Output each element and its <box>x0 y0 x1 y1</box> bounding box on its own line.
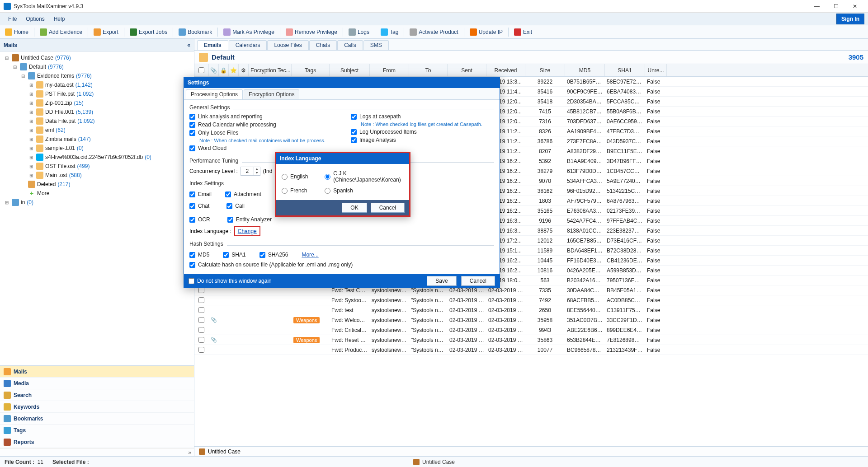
bookmark-button[interactable]: Bookmark <box>175 27 215 37</box>
index-entity-checkbox[interactable] <box>227 217 233 223</box>
hash-sha1-checkbox[interactable] <box>223 252 229 258</box>
table-row[interactable]: 📎WeaponsFwd: Welcome ...systoolsnew@..."… <box>194 315 868 325</box>
minimize-button[interactable]: — <box>807 0 826 12</box>
sidebar-item-bookmarks[interactable]: Bookmarks <box>0 413 194 425</box>
lang-spanish-radio[interactable] <box>325 188 330 194</box>
folder-tree[interactable]: ⊟Untitled Case(9776)⊟Default(9776)⊟Evide… <box>0 51 194 365</box>
gear-column-icon[interactable]: ⚙ <box>239 64 249 76</box>
collapse-left-icon[interactable]: « <box>187 42 190 48</box>
tree-toggle-icon[interactable]: ⊞ <box>28 164 34 169</box>
hash-sha256-checkbox[interactable] <box>259 252 265 258</box>
tree-toggle-icon[interactable]: ⊟ <box>20 74 26 79</box>
row-checkbox[interactable] <box>198 317 204 323</box>
tree-toggle-icon[interactable]: ⊞ <box>28 119 34 124</box>
tree-node[interactable]: ⊟Default(9776) <box>0 62 194 71</box>
tab-chats[interactable]: Chats <box>309 40 337 50</box>
tree-toggle-icon[interactable]: ⊞ <box>28 101 34 106</box>
tree-toggle-icon[interactable]: ⊞ <box>28 92 34 97</box>
table-row[interactable]: 📎WeaponsFwd: Reset you...systoolsnew@...… <box>194 335 868 345</box>
col-size[interactable]: Size <box>525 64 565 76</box>
maximize-button[interactable]: ☐ <box>826 0 845 12</box>
col-to[interactable]: To <box>409 64 448 76</box>
sidebar-item-media[interactable]: Media <box>0 378 194 389</box>
tree-node[interactable]: ⊞Main .ost(588) <box>0 171 194 180</box>
tree-toggle-icon[interactable]: ⊞ <box>28 128 34 133</box>
tree-toggle-icon[interactable]: ⊟ <box>12 65 18 70</box>
sidebar-item-search[interactable]: Search <box>0 389 194 401</box>
tab-encryption-options[interactable]: Encryption Options <box>244 89 299 99</box>
index-chat-checkbox[interactable] <box>189 203 195 209</box>
add-evidence-button[interactable]: Add Evidence <box>37 27 85 37</box>
lang-french-radio[interactable] <box>282 188 288 194</box>
log-unprocessed-checkbox[interactable] <box>351 129 357 135</box>
tab-loose-files[interactable]: Loose Files <box>267 40 308 50</box>
index-call-checkbox[interactable] <box>226 203 232 209</box>
hash-md5-checkbox[interactable] <box>189 252 195 258</box>
tree-toggle-icon[interactable]: ⊞ <box>28 83 34 88</box>
tab-processing-options[interactable]: Processing Options <box>186 89 243 99</box>
dont-show-again-checkbox[interactable] <box>189 278 194 284</box>
tree-node[interactable]: ⊞DD FIle.001(5,139) <box>0 107 194 117</box>
col-unread[interactable]: Unre... <box>645 64 667 76</box>
menu-help[interactable]: Help <box>49 14 70 24</box>
tree-node[interactable]: ⊞eml(62) <box>0 126 194 135</box>
row-checkbox[interactable] <box>198 347 204 353</box>
tree-node[interactable]: ⊟Evidence Items(9776) <box>0 71 194 80</box>
hash-more-link[interactable]: More... <box>302 252 318 258</box>
menu-options[interactable]: Options <box>21 14 49 24</box>
menu-file[interactable]: File <box>4 14 21 24</box>
home-button[interactable]: Home <box>2 27 32 37</box>
tree-node[interactable]: ⊞my-data.ost(1,142) <box>0 80 194 89</box>
tree-toggle-icon[interactable]: ⊟ <box>4 56 10 61</box>
read-calendar-checkbox[interactable] <box>189 122 195 128</box>
concurrency-spinner[interactable]: ▲▼ <box>241 167 260 176</box>
expand-nav-handle[interactable]: » <box>0 448 194 456</box>
lang-english-radio[interactable] <box>282 174 288 180</box>
spin-up-icon[interactable]: ▲ <box>254 167 260 171</box>
sidebar-item-mails[interactable]: Mails <box>0 366 194 378</box>
remove-privilege-button[interactable]: Remove Privilege <box>283 27 340 37</box>
change-language-link[interactable]: Change <box>238 228 257 234</box>
index-email-checkbox[interactable] <box>189 191 195 197</box>
row-checkbox[interactable] <box>198 337 204 343</box>
tree-node[interactable]: ⊞in(0) <box>0 198 194 207</box>
concurrency-input[interactable] <box>241 168 254 174</box>
activate-button[interactable]: Activate Product <box>406 27 461 37</box>
tree-node[interactable]: ⊞s4l-live%003a.cid.2245e77b9c97052f.db(0… <box>0 153 194 162</box>
lock-column-icon[interactable]: 🔒 <box>219 64 229 76</box>
tree-node[interactable]: Deleted(217) <box>0 180 194 189</box>
logs-casepath-checkbox[interactable] <box>351 114 357 120</box>
row-checkbox[interactable] <box>198 307 204 313</box>
tree-node[interactable]: ⊞Zip-001.zip(15) <box>0 98 194 107</box>
row-checkbox[interactable] <box>198 297 204 303</box>
only-loose-checkbox[interactable] <box>189 130 195 136</box>
star-column-icon[interactable]: ⭐ <box>229 64 239 76</box>
col-md5[interactable]: MD5 <box>565 64 605 76</box>
tree-node[interactable]: ⊞Data File.pst(1,092) <box>0 117 194 126</box>
row-checkbox[interactable] <box>198 327 204 333</box>
tree-node[interactable]: ⊞OST File.ost(499) <box>0 162 194 171</box>
logs-button[interactable]: Logs <box>345 27 373 37</box>
calc-hash-source-checkbox[interactable] <box>189 262 195 268</box>
tag-button[interactable]: Tag <box>377 27 401 37</box>
link-analysis-checkbox[interactable] <box>189 114 195 120</box>
close-button[interactable]: ✕ <box>845 0 864 12</box>
table-row[interactable]: Fwd: testsystoolsnew@..."Systools new" .… <box>194 305 868 315</box>
tree-toggle-icon[interactable]: ⊞ <box>28 137 34 142</box>
update-ip-button[interactable]: Update IP <box>467 27 506 37</box>
attachment-column-icon[interactable]: 📎 <box>209 64 219 76</box>
sidebar-item-tags[interactable]: Tags <box>0 425 194 436</box>
sidebar-item-reports[interactable]: Reports <box>0 436 194 448</box>
col-sha1[interactable]: SHA1 <box>605 64 645 76</box>
select-all-checkbox[interactable] <box>198 67 204 73</box>
tree-toggle-icon[interactable]: ⊞ <box>4 200 10 205</box>
tab-sms[interactable]: SMS <box>363 40 389 50</box>
col-tags[interactable]: Tags <box>292 64 330 76</box>
col-encryption[interactable]: Encryption Tec... <box>249 64 292 76</box>
lang-cancel-button[interactable]: Cancel <box>371 203 405 213</box>
tab-calls[interactable]: Calls <box>337 40 363 50</box>
exit-button[interactable]: Exit <box>511 27 535 37</box>
export-button[interactable]: Export <box>90 27 122 37</box>
settings-cancel-button[interactable]: Cancel <box>461 276 495 286</box>
col-sent[interactable]: Sent <box>448 64 486 76</box>
